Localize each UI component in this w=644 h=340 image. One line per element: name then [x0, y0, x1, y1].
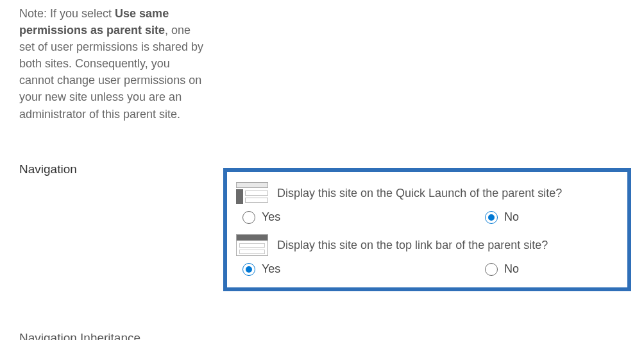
note-prefix: Note: If you select	[19, 7, 115, 20]
quick-launch-yes-option[interactable]: Yes	[242, 210, 485, 224]
quick-launch-question-text: Display this site on the Quick Launch of…	[277, 187, 562, 200]
option-label: Yes	[262, 210, 280, 224]
section-navigation-inheritance-label: Navigation Inheritance	[19, 331, 140, 340]
radio-icon	[242, 263, 255, 276]
radio-icon	[485, 263, 498, 276]
top-link-question-text: Display this site on the top link bar of…	[277, 239, 548, 252]
radio-icon	[242, 211, 255, 224]
navigation-options-panel: Display this site on the Quick Launch of…	[223, 168, 631, 291]
section-navigation-label: Navigation	[19, 162, 205, 176]
quick-launch-icon	[236, 182, 268, 204]
option-label: No	[504, 262, 519, 276]
top-link-question-row: Display this site on the top link bar of…	[236, 234, 618, 256]
option-label: Yes	[262, 262, 280, 276]
note-suffix: , one set of user permissions is shared …	[19, 24, 203, 120]
option-label: No	[504, 210, 519, 224]
quick-launch-question-row: Display this site on the Quick Launch of…	[236, 182, 618, 204]
top-link-yes-option[interactable]: Yes	[242, 262, 485, 276]
top-link-bar-icon	[236, 234, 268, 256]
quick-launch-options: Yes No	[236, 210, 618, 224]
radio-icon	[485, 211, 498, 224]
top-link-options: Yes No	[236, 262, 618, 276]
permissions-note: Note: If you select Use same permissions…	[19, 5, 205, 123]
quick-launch-no-option[interactable]: No	[485, 210, 519, 224]
top-link-no-option[interactable]: No	[485, 262, 519, 276]
